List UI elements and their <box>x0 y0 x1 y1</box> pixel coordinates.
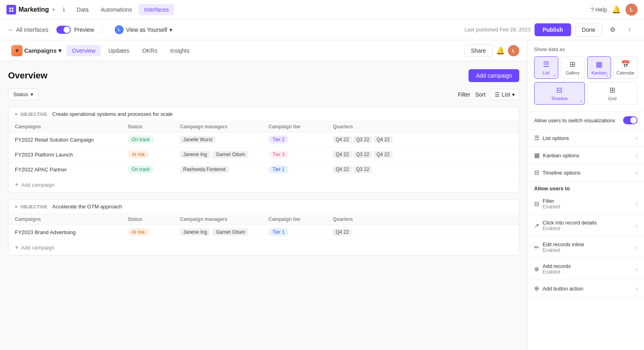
allow-button-action-left: ⊕ Add button action <box>534 285 583 292</box>
nav-tab-automations[interactable]: Automations <box>95 4 138 15</box>
allow-edit-row[interactable]: ✏ Edit records inline Enabled › <box>528 237 644 258</box>
nav-tab-data[interactable]: Data <box>71 4 95 15</box>
campaign-quarters: Q4 22 Q3 22 Q4 22 <box>333 136 413 143</box>
edit-allow-icon: ✏ <box>534 244 539 251</box>
user-avatar[interactable]: L <box>625 4 638 16</box>
settings-icon[interactable]: ⚙ <box>606 23 619 36</box>
click-allow-label: Click into record details <box>543 220 597 226</box>
viz-grid-button[interactable]: ⊞ Grid <box>587 82 638 105</box>
collapse-icon[interactable]: ↑ <box>623 23 636 36</box>
notifications-icon[interactable]: 🔔 <box>612 5 621 14</box>
viz-timeline-button[interactable]: ⊟ Timeline <box>534 82 585 105</box>
allow-switch-label: Allow users to switch visualizations <box>534 117 615 124</box>
viz-kanban-button[interactable]: ▦ Kanban <box>587 56 611 79</box>
kanban-options-row[interactable]: ▦ Kanban options › <box>528 147 644 164</box>
right-panel: Show data as ☰ List ⊞ Gallery ▦ Kanban <box>527 40 644 350</box>
campaign-managers: Janene Ing Garnet Odum <box>180 151 268 158</box>
status-filter-dropdown[interactable]: Status ▾ <box>8 89 39 100</box>
campaign-tier: Tier 2 <box>268 136 333 144</box>
filter-button[interactable]: Filter <box>458 91 470 98</box>
table-row[interactable]: FY2023 Brand Advertising At risk Janene … <box>8 225 519 240</box>
secondary-avatar[interactable]: L <box>508 45 519 56</box>
kanban-options-icon: ▦ <box>534 152 540 159</box>
col-campaigns-2: Campaigns <box>15 216 128 222</box>
kanban-options-label: Kanban options <box>543 152 579 159</box>
campaigns-nav-item[interactable]: ✦ Campaigns ▾ <box>8 43 65 59</box>
help-icon: ? <box>590 6 594 13</box>
overview-filters: Status ▾ Filter Sort ☰ List ▾ <box>8 89 519 100</box>
table-row[interactable]: FY2022 Retail Solution Campaign On track… <box>8 132 519 147</box>
manager-tag: Garnet Odum <box>213 229 248 236</box>
list-options-section: ☰ List options › <box>528 130 644 147</box>
allow-button-action-row[interactable]: ⊕ Add button action › <box>528 280 644 297</box>
tab-overview[interactable]: Overview <box>66 45 101 56</box>
viz-gallery-button[interactable]: ⊞ Gallery <box>561 56 585 79</box>
view-as-button[interactable]: L View as Yourself ▾ <box>111 23 176 37</box>
info-icon[interactable]: ℹ <box>63 6 65 13</box>
secondary-navigation: ✦ Campaigns ▾ Overview Updates OKRs Insi… <box>0 40 527 61</box>
quarter-tag: Q4 22 <box>374 136 392 143</box>
viz-list-button[interactable]: ☰ List <box>534 56 558 79</box>
publish-button[interactable]: Publish <box>535 23 571 36</box>
objective-label-2: Objective <box>21 204 47 209</box>
preview-toggle-switch[interactable] <box>56 26 71 34</box>
campaign-managers: Janelle Wurst <box>180 136 268 143</box>
campaign-name: FY2022 APAC Partner <box>15 167 128 173</box>
add-campaign-row-2[interactable]: + Add campaign <box>8 240 519 255</box>
add-campaign-button[interactable]: Add campaign <box>469 69 519 82</box>
kanban-viz-icon: ▦ <box>596 60 603 69</box>
timeline-options-label: Timeline options <box>543 170 580 176</box>
allow-switch-toggle[interactable] <box>623 116 638 124</box>
manager-tag: Janelle Wurst <box>180 136 215 143</box>
list-options-left: ☰ List options <box>534 134 569 142</box>
done-button[interactable]: Done <box>575 23 602 37</box>
secondary-notifications-icon[interactable]: 🔔 <box>496 46 505 55</box>
table-row[interactable]: FY2022 APAC Partner On track Rasheeda Fo… <box>8 162 519 177</box>
click-allow-icon: ↗ <box>534 222 539 229</box>
tier-badge: Tier 3 <box>268 150 289 159</box>
quarter-tag: Q4 22 <box>333 136 352 143</box>
app-logo[interactable]: Marketing ▾ <box>6 5 55 14</box>
list-options-row[interactable]: ☰ List options › <box>528 130 644 146</box>
all-interfaces-button[interactable]: ← All interfaces <box>8 27 48 33</box>
timeline-options-row[interactable]: ⊟ Timeline options › <box>528 164 644 181</box>
kanban-options-chevron-icon: › <box>636 152 638 159</box>
sort-button[interactable]: Sort <box>475 91 486 98</box>
button-action-chevron-icon: › <box>636 285 638 292</box>
campaign-tier: Tier 3 <box>268 150 333 159</box>
objective-text-1: Create operational systems and processes… <box>52 111 173 117</box>
status-badge: At risk <box>128 150 149 159</box>
col-tier-1: Campaign tier <box>268 124 333 130</box>
allow-edit-left: ✏ Edit records inline Enabled <box>534 241 584 253</box>
help-button[interactable]: ? Help <box>590 6 607 13</box>
view-list-button[interactable]: ☰ List ▾ <box>490 89 519 100</box>
button-action-allow-icon: ⊕ <box>534 285 539 292</box>
add-icon: + <box>15 244 19 251</box>
show-data-label: Show data as <box>534 47 638 52</box>
table-row[interactable]: FY2023 Platform Launch At risk Janene In… <box>8 147 519 162</box>
timeline-options-chevron-icon: › <box>636 169 638 176</box>
campaign-status: At risk <box>128 150 180 159</box>
quarter-tag: Q4 22 <box>374 151 392 158</box>
add-campaign-row-1[interactable]: + Add campaign <box>8 177 519 192</box>
allow-click-row[interactable]: ↗ Click into record details Enabled › <box>528 215 644 236</box>
share-button[interactable]: Share <box>464 45 493 57</box>
objective-text-2: Accelerate the GTM approach <box>52 204 122 210</box>
overview-panel: Overview Add campaign Status ▾ Filter So… <box>0 61 527 350</box>
tab-okrs[interactable]: OKRs <box>136 45 163 56</box>
nav-tab-interfaces[interactable]: Interfaces <box>138 4 174 15</box>
click-allow-sublabel: Enabled <box>543 226 597 231</box>
status-badge: At risk <box>128 228 149 236</box>
allow-add-row[interactable]: ⊕ Add records Enabled › <box>528 258 644 280</box>
list-chevron-icon: ▾ <box>512 91 515 98</box>
list-view-icon: ☰ <box>495 91 500 98</box>
objective-row-1[interactable]: ▾ Objective Create operational systems a… <box>8 107 519 121</box>
tab-updates[interactable]: Updates <box>103 45 135 56</box>
campaign-status: On track <box>128 165 180 173</box>
objective-row-2[interactable]: ▾ Objective Accelerate the GTM approach <box>8 200 519 214</box>
viz-calendar-button[interactable]: 📅 Calendar <box>613 56 638 79</box>
quarter-tag: Q3 22 <box>353 151 372 158</box>
nav-tabs: Data Automations Interfaces <box>71 4 175 15</box>
allow-filter-row[interactable]: ⊟ Filter Enabled › <box>528 193 644 214</box>
tab-insights[interactable]: Insights <box>165 45 195 56</box>
